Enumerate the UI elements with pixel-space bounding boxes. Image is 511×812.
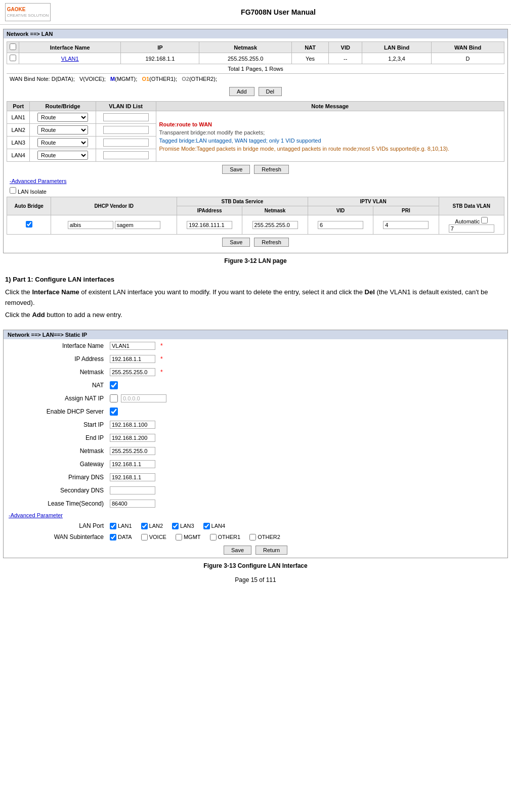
input-interface-name[interactable] — [110, 342, 155, 350]
route-select-lan1[interactable]: Route Transparent bridge Tagged bridge P… — [37, 113, 88, 122]
save-button-2[interactable]: Save — [222, 238, 250, 247]
return-button-form[interactable]: Return — [256, 546, 287, 555]
row-checkbox[interactable] — [10, 55, 16, 61]
ctrl-secondary-dns — [110, 486, 155, 494]
route-select-lan4[interactable]: Route Transparent bridge Tagged bridge P… — [37, 151, 88, 160]
advanced-params-anchor[interactable]: -Advanced Parameters — [7, 177, 70, 185]
dhcp-vendor-id-2[interactable] — [115, 221, 160, 229]
col-netmask: Netmask — [242, 206, 308, 215]
stb-table: Auto Bridge DHCP Vendor ID STB Data Serv… — [7, 197, 504, 235]
col-auto-bridge: Auto Bridge — [7, 197, 51, 215]
input-dhcp-netmask[interactable] — [110, 447, 155, 455]
lan-isolate-checkbox[interactable] — [10, 187, 16, 194]
save-button-form[interactable]: Save — [224, 546, 251, 555]
lan4-checkbox[interactable] — [203, 523, 210, 529]
field-end-ip: End IP — [4, 431, 507, 444]
port-lan1: LAN1 — [7, 111, 30, 124]
field-gateway: Gateway — [4, 458, 507, 471]
refresh-button-1[interactable]: Refresh — [254, 165, 289, 174]
input-secondary-dns[interactable] — [110, 486, 155, 494]
lan2-checkbox[interactable] — [141, 523, 148, 529]
stb-data-row: Automatic — [7, 215, 504, 235]
refresh-button-2[interactable]: Refresh — [254, 238, 289, 247]
lan1-label: LAN1 — [110, 523, 132, 529]
auto-bridge-checkbox[interactable] — [26, 221, 32, 228]
vlan-id-lan2[interactable] — [103, 126, 149, 134]
route-select-lan3[interactable]: Route Transparent bridge Tagged bridge P… — [37, 138, 88, 147]
lan-isolate-label: LAN Isolate — [18, 189, 47, 195]
note-other2: (OTHER2); — [189, 76, 217, 82]
ctrl-interface-name: * — [110, 342, 163, 350]
save-button-1[interactable]: Save — [222, 165, 250, 174]
col-dhcp-vendor-id: DHCP Vendor ID — [51, 197, 177, 215]
del-button[interactable]: Del — [259, 87, 282, 96]
col-stb-data-vlan: STB Data VLAN — [439, 197, 504, 215]
iptv-vid[interactable] — [318, 221, 363, 229]
port-section: Port Route/Bridge VLAN ID List Note Mess… — [7, 101, 504, 162]
port-lan4: LAN4 — [7, 149, 30, 162]
label-dhcp-netmask: Netmask — [9, 447, 110, 455]
row-lan-bind: 1,2,3,4 — [362, 53, 432, 64]
input-start-ip[interactable] — [110, 421, 155, 429]
enable-dhcp-checkbox[interactable] — [110, 408, 118, 416]
assign-nat-ip-input[interactable] — [121, 394, 166, 402]
lan-panel-header: Network ==> LAN — [4, 29, 507, 38]
adv-param-link-form: -Advanced Parameter — [4, 510, 507, 520]
stb-data-vlan-val[interactable] — [449, 224, 494, 233]
stb-ip-address[interactable] — [187, 221, 232, 229]
required-star-interface: * — [160, 342, 163, 349]
voice-label: VOICE — [141, 534, 166, 540]
note-other1: (OTHER1); — [149, 76, 182, 82]
wan-bind-note: WAN Bind Note: D(DATA); V(VOICE); M(MGMT… — [7, 73, 504, 84]
input-lease-time[interactable] — [110, 500, 155, 508]
dhcp-vendor-id-1[interactable] — [68, 221, 113, 229]
nat-checkbox[interactable] — [110, 381, 118, 389]
other2-checkbox[interactable] — [249, 534, 256, 540]
lan4-label: LAN4 — [203, 523, 226, 529]
field-netmask: Netmask * — [4, 366, 507, 379]
required-star-netmask: * — [160, 369, 163, 376]
col-wan-bind: WAN Bind — [432, 42, 504, 53]
add-button[interactable]: Add — [229, 87, 254, 96]
iptv-pri[interactable] — [383, 221, 429, 229]
label-assign-nat-ip: Assign NAT IP — [9, 395, 110, 402]
body-para-2: Click the Add button to add a new entry. — [5, 310, 506, 321]
lan2-label: LAN2 — [141, 523, 163, 529]
assign-nat-ip-checkbox[interactable] — [110, 394, 118, 402]
vlan-id-lan4[interactable] — [103, 151, 149, 159]
ctrl-netmask: * — [110, 368, 163, 376]
other1-label: OTHER1 — [210, 534, 241, 540]
static-ip-panel: Network ==> LAN==> Static IP Interface N… — [3, 330, 508, 558]
input-netmask[interactable] — [110, 368, 155, 376]
input-gateway[interactable] — [110, 460, 155, 468]
pagination-info: Total 1 Pages, 1 Rows — [7, 64, 504, 73]
figure2-caption: Figure 3-13 Configure LAN Interface — [0, 562, 511, 569]
vlan-id-lan1[interactable] — [103, 113, 149, 121]
lan1-checkbox[interactable] — [110, 523, 116, 529]
stb-netmask[interactable] — [252, 221, 298, 229]
other1-checkbox[interactable] — [210, 534, 217, 540]
vlan-id-lan3[interactable] — [103, 139, 149, 147]
route-select-lan2[interactable]: Route Transparent bridge Tagged bridge P… — [37, 125, 88, 134]
voice-checkbox[interactable] — [141, 534, 148, 540]
lan3-checkbox[interactable] — [172, 523, 179, 529]
body-para-1: Click the Interface Name of existent LAN… — [5, 287, 506, 308]
del-bold: Del — [365, 288, 375, 296]
mgmt-label: MGMT — [176, 534, 201, 540]
note-mgmt: (MGMT); — [115, 76, 142, 82]
label-wan-subinterface: WAN Subinterface — [9, 533, 110, 540]
select-all-checkbox[interactable] — [10, 43, 16, 50]
data-checkbox[interactable] — [110, 534, 116, 540]
lan3-label: LAN3 — [172, 523, 194, 529]
table-row: LAN1 Route Transparent bridge Tagged bri… — [7, 111, 504, 124]
required-star-ip: * — [160, 355, 163, 363]
mgmt-checkbox[interactable] — [176, 534, 182, 540]
stb-data-vlan-auto-checkbox[interactable] — [481, 217, 488, 223]
note-tagged: Tagged bridge:LAN untagged, WAN tagged; … — [159, 138, 321, 144]
input-ip-address[interactable] — [110, 355, 155, 363]
input-primary-dns[interactable] — [110, 473, 155, 481]
advanced-param-anchor-form[interactable]: -Advanced Parameter — [4, 510, 68, 520]
input-end-ip[interactable] — [110, 434, 155, 442]
note-m: M — [110, 76, 115, 82]
interface-name-link[interactable]: VLAN1 — [61, 56, 79, 62]
